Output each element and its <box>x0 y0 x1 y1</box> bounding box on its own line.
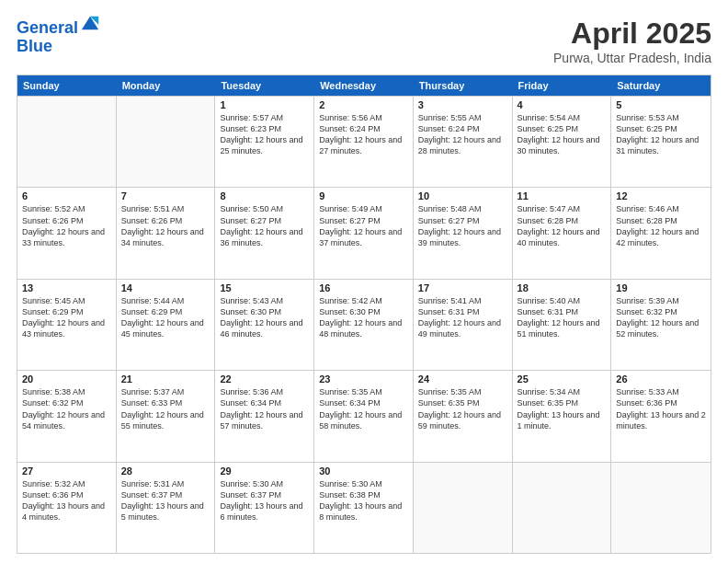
calendar-cell: 10Sunrise: 5:48 AMSunset: 6:27 PMDayligh… <box>414 188 513 278</box>
cell-details: Sunrise: 5:35 AMSunset: 6:34 PMDaylight:… <box>319 386 408 431</box>
calendar-cell: 7Sunrise: 5:51 AMSunset: 6:26 PMDaylight… <box>117 188 216 278</box>
cell-details: Sunrise: 5:33 AMSunset: 6:36 PMDaylight:… <box>616 386 706 431</box>
calendar-cell <box>117 97 216 187</box>
day-number: 18 <box>518 282 607 293</box>
cell-details: Sunrise: 5:51 AMSunset: 6:26 PMDaylight:… <box>121 203 210 248</box>
calendar-subtitle: Purwa, Uttar Pradesh, India <box>553 51 711 65</box>
calendar-cell: 5Sunrise: 5:53 AMSunset: 6:25 PMDaylight… <box>611 97 711 187</box>
calendar-title: April 2025 <box>553 17 711 51</box>
page: General Blue April 2025 Purwa, Uttar Pra… <box>0 0 728 563</box>
day-number: 17 <box>418 282 507 293</box>
day-number: 27 <box>22 465 111 477</box>
calendar-week-2: 13Sunrise: 5:45 AMSunset: 6:29 PMDayligh… <box>17 279 711 370</box>
day-number: 15 <box>220 282 309 293</box>
cell-details: Sunrise: 5:40 AMSunset: 6:31 PMDaylight:… <box>518 295 607 340</box>
day-header-monday: Monday <box>117 75 216 96</box>
day-number: 23 <box>319 373 408 385</box>
cell-details: Sunrise: 5:30 AMSunset: 6:38 PMDaylight:… <box>319 478 408 523</box>
day-header-tuesday: Tuesday <box>215 75 314 96</box>
day-number: 19 <box>616 282 706 293</box>
calendar-cell: 18Sunrise: 5:40 AMSunset: 6:31 PMDayligh… <box>513 280 612 370</box>
logo-icon <box>80 13 100 33</box>
cell-details: Sunrise: 5:30 AMSunset: 6:37 PMDaylight:… <box>220 478 309 523</box>
cell-details: Sunrise: 5:36 AMSunset: 6:34 PMDaylight:… <box>220 386 309 431</box>
calendar-cell: 1Sunrise: 5:57 AMSunset: 6:23 PMDaylight… <box>215 97 314 187</box>
day-number: 5 <box>616 99 706 110</box>
cell-details: Sunrise: 5:43 AMSunset: 6:30 PMDaylight:… <box>220 295 309 340</box>
calendar-cell: 13Sunrise: 5:45 AMSunset: 6:29 PMDayligh… <box>17 280 117 370</box>
day-number: 11 <box>518 190 607 201</box>
calendar-body: 1Sunrise: 5:57 AMSunset: 6:23 PMDaylight… <box>17 96 711 553</box>
calendar-cell: 28Sunrise: 5:31 AMSunset: 6:37 PMDayligh… <box>117 463 216 553</box>
day-number: 14 <box>121 282 210 293</box>
cell-details: Sunrise: 5:53 AMSunset: 6:25 PMDaylight:… <box>616 112 706 157</box>
day-number: 8 <box>220 190 309 201</box>
calendar-cell: 23Sunrise: 5:35 AMSunset: 6:34 PMDayligh… <box>314 371 414 461</box>
calendar-week-4: 27Sunrise: 5:32 AMSunset: 6:36 PMDayligh… <box>17 462 711 553</box>
calendar-cell: 9Sunrise: 5:49 AMSunset: 6:27 PMDaylight… <box>314 188 414 278</box>
calendar-cell: 16Sunrise: 5:42 AMSunset: 6:30 PMDayligh… <box>314 280 414 370</box>
calendar-cell: 2Sunrise: 5:56 AMSunset: 6:24 PMDaylight… <box>314 97 414 187</box>
cell-details: Sunrise: 5:45 AMSunset: 6:29 PMDaylight:… <box>22 295 111 340</box>
calendar: SundayMondayTuesdayWednesdayThursdayFrid… <box>17 75 711 554</box>
cell-details: Sunrise: 5:38 AMSunset: 6:32 PMDaylight:… <box>22 386 111 431</box>
cell-details: Sunrise: 5:34 AMSunset: 6:35 PMDaylight:… <box>518 386 607 431</box>
calendar-cell: 19Sunrise: 5:39 AMSunset: 6:32 PMDayligh… <box>611 280 711 370</box>
cell-details: Sunrise: 5:54 AMSunset: 6:25 PMDaylight:… <box>518 112 607 157</box>
cell-details: Sunrise: 5:50 AMSunset: 6:27 PMDaylight:… <box>220 203 309 248</box>
day-number: 25 <box>518 373 607 385</box>
calendar-cell: 14Sunrise: 5:44 AMSunset: 6:29 PMDayligh… <box>117 280 216 370</box>
cell-details: Sunrise: 5:37 AMSunset: 6:33 PMDaylight:… <box>121 386 210 431</box>
cell-details: Sunrise: 5:57 AMSunset: 6:23 PMDaylight:… <box>220 112 309 157</box>
cell-details: Sunrise: 5:46 AMSunset: 6:28 PMDaylight:… <box>616 203 706 248</box>
cell-details: Sunrise: 5:48 AMSunset: 6:27 PMDaylight:… <box>418 203 507 248</box>
title-block: April 2025 Purwa, Uttar Pradesh, India <box>553 17 711 65</box>
cell-details: Sunrise: 5:44 AMSunset: 6:29 PMDaylight:… <box>121 295 210 340</box>
day-number: 4 <box>518 99 607 110</box>
cell-details: Sunrise: 5:56 AMSunset: 6:24 PMDaylight:… <box>319 112 408 157</box>
day-number: 24 <box>418 373 507 385</box>
day-number: 13 <box>22 282 111 293</box>
calendar-cell: 20Sunrise: 5:38 AMSunset: 6:32 PMDayligh… <box>17 371 117 461</box>
cell-details: Sunrise: 5:35 AMSunset: 6:35 PMDaylight:… <box>418 386 507 431</box>
day-number: 2 <box>319 99 408 110</box>
cell-details: Sunrise: 5:41 AMSunset: 6:31 PMDaylight:… <box>418 295 507 340</box>
calendar-cell: 27Sunrise: 5:32 AMSunset: 6:36 PMDayligh… <box>17 463 117 553</box>
calendar-cell: 26Sunrise: 5:33 AMSunset: 6:36 PMDayligh… <box>611 371 711 461</box>
calendar-cell: 22Sunrise: 5:36 AMSunset: 6:34 PMDayligh… <box>215 371 314 461</box>
day-number: 21 <box>121 373 210 385</box>
logo: General Blue <box>17 17 100 56</box>
calendar-cell <box>611 463 711 553</box>
calendar-cell: 3Sunrise: 5:55 AMSunset: 6:24 PMDaylight… <box>414 97 513 187</box>
calendar-header-row: SundayMondayTuesdayWednesdayThursdayFrid… <box>17 75 711 96</box>
cell-details: Sunrise: 5:42 AMSunset: 6:30 PMDaylight:… <box>319 295 408 340</box>
cell-details: Sunrise: 5:49 AMSunset: 6:27 PMDaylight:… <box>319 203 408 248</box>
calendar-cell: 15Sunrise: 5:43 AMSunset: 6:30 PMDayligh… <box>215 280 314 370</box>
day-header-saturday: Saturday <box>611 75 711 96</box>
day-number: 7 <box>121 190 210 201</box>
logo-general: General <box>17 18 78 37</box>
calendar-cell: 4Sunrise: 5:54 AMSunset: 6:25 PMDaylight… <box>513 97 612 187</box>
calendar-cell: 11Sunrise: 5:47 AMSunset: 6:28 PMDayligh… <box>513 188 612 278</box>
day-header-sunday: Sunday <box>17 75 117 96</box>
day-number: 6 <box>22 190 111 201</box>
cell-details: Sunrise: 5:52 AMSunset: 6:26 PMDaylight:… <box>22 203 111 248</box>
day-number: 29 <box>220 465 309 477</box>
header: General Blue April 2025 Purwa, Uttar Pra… <box>17 17 711 65</box>
logo-text: General <box>17 17 100 38</box>
calendar-cell <box>414 463 513 553</box>
day-number: 10 <box>418 190 507 201</box>
calendar-week-1: 6Sunrise: 5:52 AMSunset: 6:26 PMDaylight… <box>17 187 711 278</box>
calendar-cell: 30Sunrise: 5:30 AMSunset: 6:38 PMDayligh… <box>314 463 414 553</box>
day-number: 26 <box>616 373 706 385</box>
day-number: 30 <box>319 465 408 477</box>
calendar-cell: 21Sunrise: 5:37 AMSunset: 6:33 PMDayligh… <box>117 371 216 461</box>
calendar-cell <box>513 463 612 553</box>
cell-details: Sunrise: 5:55 AMSunset: 6:24 PMDaylight:… <box>418 112 507 157</box>
day-number: 3 <box>418 99 507 110</box>
day-number: 28 <box>121 465 210 477</box>
calendar-cell: 17Sunrise: 5:41 AMSunset: 6:31 PMDayligh… <box>414 280 513 370</box>
calendar-cell: 25Sunrise: 5:34 AMSunset: 6:35 PMDayligh… <box>513 371 612 461</box>
day-number: 12 <box>616 190 706 201</box>
day-header-thursday: Thursday <box>414 75 513 96</box>
